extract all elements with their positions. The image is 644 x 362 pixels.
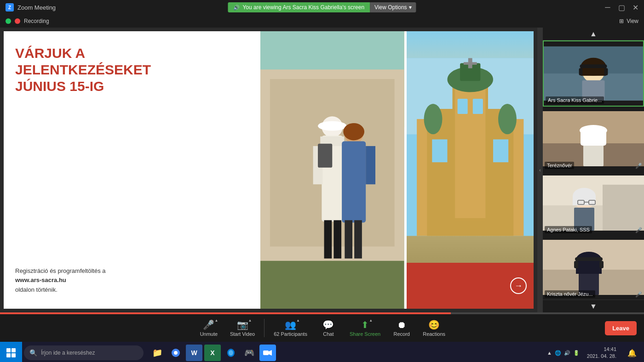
- collapse-handle[interactable]: ‹: [537, 28, 543, 312]
- scroll-down-button[interactable]: ▼: [543, 300, 644, 312]
- title-bar-center: You are viewing Ars Sacra Kiss Gabriella…: [228, 2, 416, 12]
- svg-rect-29: [463, 62, 477, 65]
- svg-rect-69: [576, 260, 602, 274]
- start-video-button[interactable]: 📷▲ Start Video: [226, 319, 259, 337]
- participant-2-mute-icon: 🎤: [635, 163, 642, 169]
- svg-rect-70: [575, 257, 603, 261]
- taskbar-right: ▲ 🌐 🔊 🔋 14:41 2021. 04. 28. 🔔: [547, 345, 644, 361]
- participant-2-name: Teréznővér: [545, 162, 574, 169]
- svg-rect-11: [342, 141, 366, 223]
- svg-rect-15: [324, 220, 332, 258]
- svg-rect-45: [604, 68, 608, 75]
- viewing-text: You are viewing Ars Sacra Kiss Gabriella…: [242, 4, 364, 11]
- next-arrow[interactable]: →: [510, 277, 527, 294]
- windows-icon: [6, 348, 16, 357]
- systray-network: 🌐: [555, 350, 561, 356]
- share-screen-caret: ▲: [369, 318, 373, 322]
- systray-battery: 🔋: [573, 350, 580, 356]
- taskbar-search-box[interactable]: 🔍 Írjon ide a kereséshez: [24, 345, 144, 360]
- svg-rect-33: [493, 139, 508, 162]
- participant-3-name: Agnes Pataki, SSS: [545, 226, 592, 233]
- participants-caret: ▲: [296, 318, 300, 322]
- start-button[interactable]: [0, 342, 22, 362]
- svg-rect-71: [574, 261, 578, 268]
- taskbar-clock[interactable]: 14:41 2021. 04. 28.: [583, 346, 620, 360]
- record-button[interactable]: ⏺ Record: [388, 320, 415, 337]
- svg-rect-72: [599, 261, 604, 268]
- participant-4-name: Kriszta nővér Jézu...: [545, 290, 595, 298]
- taskbar: 🔍 Írjon ide a kereséshez 📁 W X 🎮 ▲ 🌐 🔊 🔋…: [0, 342, 644, 362]
- scroll-up-button[interactable]: ▲: [543, 28, 644, 40]
- leave-button[interactable]: Leave: [605, 321, 637, 335]
- chat-button[interactable]: 💬 Chat: [315, 319, 342, 337]
- slide-area: VÁRJUK A JELENTKEZÉSEKET JÚNIUS 15-IG Re…: [0, 28, 537, 312]
- svg-rect-18: [354, 220, 362, 258]
- sidebar-participants: ▲ Ars Sacra Kiss Gabrie...: [543, 28, 644, 312]
- slide-red-bar: →: [407, 263, 534, 309]
- taskbar-app-game[interactable]: 🎮: [241, 345, 258, 361]
- participant-4-photo: [543, 235, 644, 300]
- taskbar-app-word[interactable]: W: [186, 345, 202, 361]
- participant-1-photo: [544, 41, 643, 106]
- unmute-label: Unmute: [200, 331, 218, 337]
- slide-frame: VÁRJUK A JELENTKEZÉSEKET JÚNIUS 15-IG Re…: [4, 31, 534, 309]
- participant-card-3: Agnes Pataki, SSS 🎤: [543, 171, 644, 235]
- title-bar-left: Z Zoom Meeting: [6, 3, 56, 11]
- participants-icon: 👥▲: [285, 319, 296, 330]
- svg-point-74: [174, 351, 178, 355]
- svg-rect-55: [603, 185, 644, 231]
- taskbar-app-chrome[interactable]: [167, 345, 184, 361]
- slide-photo-svg: [258, 31, 407, 309]
- chat-label: Chat: [323, 331, 334, 337]
- reactions-icon: 😊: [428, 319, 440, 330]
- mute-caret: ▲: [214, 318, 218, 322]
- svg-rect-16: [334, 220, 341, 258]
- svg-rect-42: [581, 67, 606, 76]
- taskbar-app-excel[interactable]: X: [204, 345, 221, 361]
- status-dot-red: [15, 18, 20, 24]
- slide-title: VÁRJUK A JELENTKEZÉSEKET JÚNIUS 15-IG: [15, 45, 247, 95]
- mute-icon: 🎤▲: [203, 319, 214, 330]
- window-title: Zoom Meeting: [17, 4, 56, 11]
- participant-4-mute-icon: 🎤: [635, 291, 642, 298]
- participants-label: 62 Participants: [274, 331, 307, 337]
- taskbar-app-zoom[interactable]: [259, 345, 276, 361]
- title-bar-controls: ─ ▢ ✕: [604, 4, 638, 11]
- participant-3-photo: [543, 171, 644, 235]
- svg-rect-5: [260, 261, 404, 309]
- title-bar: Z Zoom Meeting You are viewing Ars Sacra…: [0, 0, 644, 15]
- reactions-label: Reactions: [423, 331, 445, 337]
- view-grid-button[interactable]: ⊞ View: [619, 18, 638, 24]
- share-screen-label: Share Screen: [350, 331, 380, 337]
- chat-icon: 💬: [322, 319, 334, 330]
- viewing-banner: You are viewing Ars Sacra Kiss Gabriella…: [228, 2, 370, 12]
- slide-right-panel: →: [407, 31, 534, 309]
- participants-button[interactable]: 👥▲ 62 Participants: [270, 319, 311, 337]
- church-svg: [407, 31, 534, 263]
- svg-rect-14: [366, 146, 375, 184]
- minimize-button[interactable]: ─: [604, 4, 611, 11]
- systray-arrow[interactable]: ▲: [547, 350, 552, 356]
- participant-card-4: Kriszta nővér Jézu... 🎤: [543, 235, 644, 300]
- slide-body: Regisztráció és programfeltöltés a www.a…: [15, 266, 247, 295]
- svg-rect-19: [318, 144, 332, 168]
- start-video-label: Start Video: [230, 331, 255, 337]
- recording-bar: Recording ⊞ View: [0, 15, 644, 28]
- unmute-button[interactable]: 🎤▲ Unmute: [195, 319, 223, 337]
- maximize-button[interactable]: ▢: [618, 4, 625, 11]
- main-content: VÁRJUK A JELENTKEZÉSEKET JÚNIUS 15-IG Re…: [0, 28, 644, 312]
- taskbar-app-edge[interactable]: [223, 345, 239, 361]
- share-screen-button[interactable]: ⬆▲ Share Screen: [346, 319, 384, 337]
- reactions-button[interactable]: 😊 Reactions: [419, 319, 449, 337]
- svg-point-9: [318, 121, 346, 131]
- taskbar-app-files[interactable]: 📁: [149, 345, 166, 361]
- taskbar-notification-button[interactable]: 🔔: [624, 345, 640, 361]
- participant-3-mute-icon: 🎤: [635, 227, 642, 233]
- svg-rect-32: [432, 139, 447, 162]
- systray-volume: 🔊: [564, 350, 570, 356]
- close-button[interactable]: ✕: [632, 4, 638, 11]
- view-options-button[interactable]: View Options ▾: [370, 2, 416, 12]
- svg-point-35: [498, 104, 517, 134]
- church-photo: [407, 31, 534, 263]
- svg-rect-44: [579, 68, 583, 75]
